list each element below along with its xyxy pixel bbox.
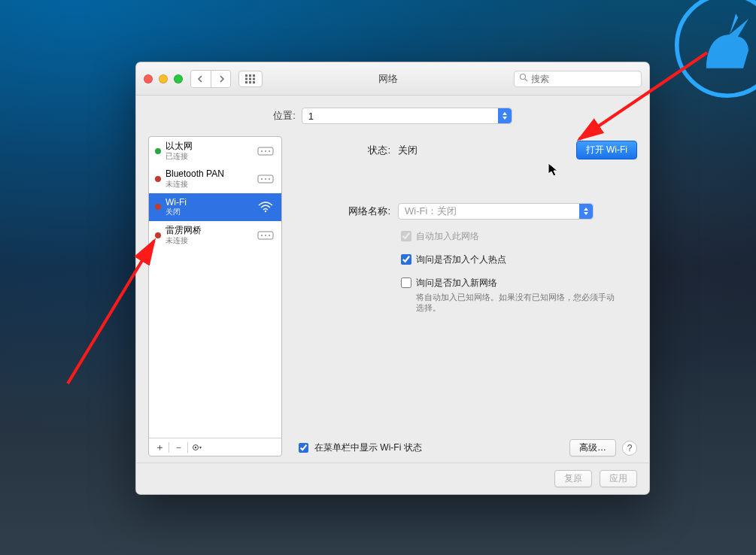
location-select[interactable]: 1 [302,108,512,124]
ask-new-label: 询问是否加入新网络 [416,277,497,290]
svg-line-11 [525,79,527,81]
svg-point-24 [269,235,270,236]
svg-point-18 [265,178,266,180]
interface-name: Bluetooth PAN [165,169,251,180]
svg-rect-7 [245,81,247,83]
network-name-value: Wi-Fi：关闭 [405,205,457,218]
ethernet-icon [256,144,275,159]
svg-point-15 [269,150,270,152]
location-row: 位置: 1 [136,96,649,130]
svg-rect-4 [245,77,247,80]
advanced-button[interactable]: 高级… [569,439,616,456]
network-name-select[interactable]: Wi-Fi：关闭 [398,203,594,220]
revert-button[interactable]: 复原 [554,470,592,487]
network-name-row: 网络名称: Wi-Fi：关闭 [293,203,637,220]
interface-name: 以太网 [165,141,251,152]
turn-on-wifi-button[interactable]: 打开 Wi-Fi [576,141,637,159]
status-dot-green [155,148,161,154]
auto-join-checkbox [401,231,411,241]
remove-interface-button[interactable]: － [169,439,187,456]
unicorn-emblem [675,0,756,98]
ask-hotspot-checkbox[interactable] [401,254,411,265]
svg-point-13 [261,150,263,152]
select-arrows-icon [579,204,593,219]
window-titlebar: 网络 [136,62,649,96]
menubar-status-row: 在菜单栏中显示 Wi-Fi 状态 高级… ? [293,439,637,456]
show-all-button[interactable] [238,71,263,87]
interfaces-sidebar: 以太网 已连接 Bluetooth PAN 未连接 [148,136,282,456]
status-value: 关闭 [398,144,417,157]
svg-point-14 [265,150,266,152]
search-input[interactable] [531,74,644,84]
status-label: 状态: [293,144,390,157]
interface-settings-button[interactable] [188,439,206,456]
svg-rect-9 [253,81,255,83]
forward-button[interactable] [211,71,230,87]
interface-item-ethernet[interactable]: 以太网 已连接 [149,137,281,165]
ask-new-row: 询问是否加入新网络 [401,277,637,290]
search-field[interactable] [514,71,642,87]
auto-join-row: 自动加入此网络 [401,230,637,243]
ask-new-checkbox[interactable] [401,278,411,288]
ask-hotspot-label: 询问是否加入个人热点 [416,253,506,266]
status-dot-red [155,176,161,182]
interface-status: 已连接 [165,152,251,161]
interface-name: Wi-Fi [165,198,251,208]
ask-new-help-text: 将自动加入已知网络。如果没有已知网络，您必须手动选择。 [416,292,619,313]
svg-rect-1 [245,74,247,77]
nav-buttons [190,70,231,88]
svg-point-19 [269,178,270,180]
back-button[interactable] [191,71,211,87]
window-title: 网络 [270,72,506,86]
svg-rect-8 [249,81,251,83]
svg-point-17 [261,178,263,180]
ask-hotspot-row: 询问是否加入个人热点 [401,253,637,266]
interface-status: 未连接 [165,180,251,189]
sidebar-footer: ＋ － [149,438,281,456]
detail-pane: 状态: 关闭 打开 Wi-Fi 网络名称: Wi-Fi：关闭 [293,136,637,456]
traffic-lights [144,74,183,83]
location-label: 位置: [273,109,296,123]
svg-rect-3 [253,74,255,77]
svg-point-20 [265,211,266,212]
status-dot-red [155,204,161,210]
wifi-icon [256,199,275,214]
svg-point-22 [261,235,263,236]
network-prefs-window: 网络 位置: 1 以太网 已连接 [135,62,650,495]
interface-item-bluetooth-pan[interactable]: Bluetooth PAN 未连接 [149,165,281,193]
svg-point-26 [195,446,196,447]
interfaces-list: 以太网 已连接 Bluetooth PAN 未连接 [149,137,281,438]
search-icon [519,73,528,84]
apply-button[interactable]: 应用 [600,470,637,487]
svg-rect-5 [249,77,251,80]
svg-rect-2 [249,74,251,77]
add-interface-button[interactable]: ＋ [150,439,169,456]
ethernet-icon [256,171,275,187]
location-value: 1 [308,111,314,122]
maximize-button[interactable] [174,74,183,83]
status-dot-red [155,232,161,238]
auto-join-label: 自动加入此网络 [416,230,479,243]
interface-item-thunderbolt-bridge[interactable]: 雷雳网桥 未连接 [149,221,281,249]
network-name-label: 网络名称: [293,205,390,218]
svg-point-23 [265,235,266,236]
interface-name: 雷雳网桥 [165,226,251,236]
select-arrows-icon [498,108,512,123]
interface-status: 关闭 [165,208,251,217]
show-menubar-checkbox[interactable] [299,443,308,453]
help-button[interactable]: ? [622,441,637,456]
close-button[interactable] [144,74,153,83]
svg-point-10 [521,74,526,80]
interface-item-wifi[interactable]: Wi-Fi 关闭 [149,193,281,221]
svg-rect-6 [253,77,255,80]
minimize-button[interactable] [159,74,168,83]
window-body: 以太网 已连接 Bluetooth PAN 未连接 [136,130,649,462]
status-row: 状态: 关闭 打开 Wi-Fi [293,141,637,159]
bottom-bar: 复原 应用 [136,462,649,494]
interface-status: 未连接 [165,236,251,245]
ethernet-icon [256,228,275,243]
show-menubar-label: 在菜单栏中显示 Wi-Fi 状态 [314,441,422,454]
